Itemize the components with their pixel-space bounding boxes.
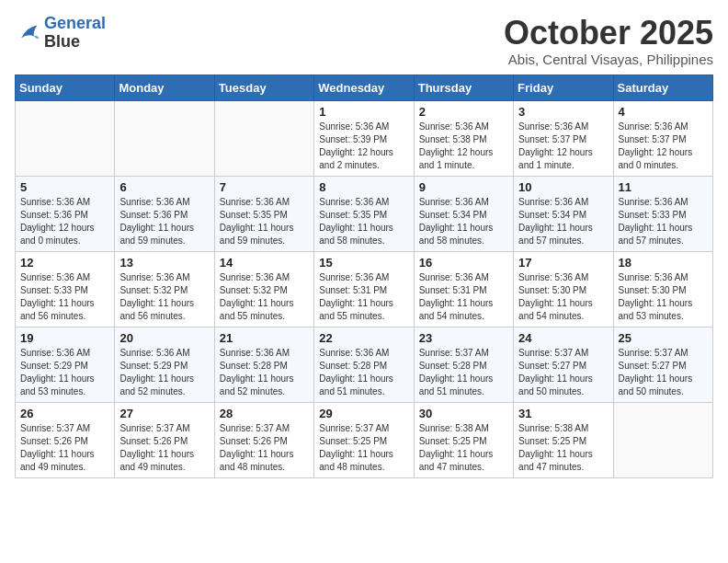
day-info: Sunrise: 5:36 AMSunset: 5:35 PMDaylight:… — [220, 196, 309, 247]
location-title: Abis, Central Visayas, Philippines — [504, 52, 713, 67]
weekday-header: Monday — [115, 75, 214, 100]
day-info: Sunrise: 5:36 AMSunset: 5:29 PMDaylight:… — [20, 347, 109, 398]
day-number: 14 — [220, 256, 309, 270]
calendar-cell: 5Sunrise: 5:36 AMSunset: 5:36 PMDaylight… — [16, 176, 115, 251]
calendar-cell: 24Sunrise: 5:37 AMSunset: 5:27 PMDayligh… — [514, 327, 613, 402]
calendar-cell — [613, 402, 712, 477]
day-info: Sunrise: 5:37 AMSunset: 5:26 PMDaylight:… — [119, 422, 209, 474]
day-info: Sunrise: 5:37 AMSunset: 5:27 PMDaylight:… — [518, 347, 608, 398]
calendar-cell — [16, 100, 115, 176]
day-number: 7 — [220, 180, 309, 194]
day-info: Sunrise: 5:36 AMSunset: 5:33 PMDaylight:… — [20, 271, 109, 323]
calendar-cell: 28Sunrise: 5:37 AMSunset: 5:26 PMDayligh… — [214, 402, 313, 477]
day-number: 5 — [20, 180, 109, 194]
calendar-cell: 6Sunrise: 5:36 AMSunset: 5:36 PMDaylight… — [115, 176, 214, 251]
day-number: 19 — [20, 331, 109, 345]
weekday-header: Sunday — [16, 75, 115, 100]
calendar-cell: 19Sunrise: 5:36 AMSunset: 5:29 PMDayligh… — [16, 327, 115, 402]
day-number: 3 — [518, 105, 608, 119]
month-title: October 2025 — [504, 15, 713, 52]
day-number: 18 — [619, 256, 708, 270]
calendar-week-row: 19Sunrise: 5:36 AMSunset: 5:29 PMDayligh… — [16, 327, 713, 402]
page-header: General Blue October 2025 Abis, Central … — [15, 15, 713, 67]
calendar-cell: 7Sunrise: 5:36 AMSunset: 5:35 PMDaylight… — [214, 176, 313, 251]
weekday-header: Wednesday — [314, 75, 414, 100]
day-info: Sunrise: 5:38 AMSunset: 5:25 PMDaylight:… — [518, 422, 608, 474]
day-number: 30 — [419, 407, 508, 420]
calendar-cell: 20Sunrise: 5:36 AMSunset: 5:29 PMDayligh… — [115, 327, 214, 402]
day-number: 12 — [20, 256, 109, 270]
day-number: 11 — [619, 180, 708, 194]
day-number: 23 — [419, 331, 508, 345]
title-block: October 2025 Abis, Central Visayas, Phil… — [504, 15, 713, 67]
day-number: 15 — [319, 256, 408, 270]
day-number: 21 — [220, 331, 309, 345]
calendar-week-row: 5Sunrise: 5:36 AMSunset: 5:36 PMDaylight… — [16, 176, 713, 251]
day-number: 31 — [518, 407, 608, 420]
day-info: Sunrise: 5:38 AMSunset: 5:25 PMDaylight:… — [419, 422, 508, 474]
calendar-cell: 26Sunrise: 5:37 AMSunset: 5:26 PMDayligh… — [16, 402, 115, 477]
day-info: Sunrise: 5:36 AMSunset: 5:38 PMDaylight:… — [419, 121, 508, 172]
calendar-cell: 8Sunrise: 5:36 AMSunset: 5:35 PMDaylight… — [314, 176, 414, 251]
weekday-header: Friday — [514, 75, 613, 100]
day-number: 9 — [419, 180, 508, 194]
day-info: Sunrise: 5:36 AMSunset: 5:37 PMDaylight:… — [518, 121, 608, 172]
logo: General Blue — [15, 15, 106, 52]
calendar-cell: 4Sunrise: 5:36 AMSunset: 5:37 PMDaylight… — [613, 100, 712, 176]
day-number: 29 — [319, 407, 408, 420]
calendar-table: SundayMondayTuesdayWednesdayThursdayFrid… — [15, 75, 713, 478]
calendar-cell: 23Sunrise: 5:37 AMSunset: 5:28 PMDayligh… — [414, 327, 513, 402]
calendar-cell: 13Sunrise: 5:36 AMSunset: 5:32 PMDayligh… — [115, 251, 214, 327]
calendar-week-row: 26Sunrise: 5:37 AMSunset: 5:26 PMDayligh… — [16, 402, 713, 477]
day-info: Sunrise: 5:36 AMSunset: 5:32 PMDaylight:… — [220, 271, 309, 323]
weekday-header: Tuesday — [214, 75, 313, 100]
weekday-header: Saturday — [613, 75, 712, 100]
day-info: Sunrise: 5:37 AMSunset: 5:27 PMDaylight:… — [619, 347, 708, 398]
day-info: Sunrise: 5:37 AMSunset: 5:25 PMDaylight:… — [319, 422, 408, 474]
calendar-cell: 29Sunrise: 5:37 AMSunset: 5:25 PMDayligh… — [314, 402, 414, 477]
calendar-cell: 14Sunrise: 5:36 AMSunset: 5:32 PMDayligh… — [214, 251, 313, 327]
day-number: 26 — [20, 407, 109, 420]
day-number: 28 — [220, 407, 309, 420]
logo-text: General Blue — [44, 15, 106, 52]
day-info: Sunrise: 5:36 AMSunset: 5:37 PMDaylight:… — [619, 121, 708, 172]
calendar-cell: 16Sunrise: 5:36 AMSunset: 5:31 PMDayligh… — [414, 251, 513, 327]
day-number: 20 — [119, 331, 209, 345]
day-number: 13 — [119, 256, 209, 270]
day-number: 8 — [319, 180, 408, 194]
day-info: Sunrise: 5:36 AMSunset: 5:31 PMDaylight:… — [319, 271, 408, 323]
calendar-cell: 27Sunrise: 5:37 AMSunset: 5:26 PMDayligh… — [115, 402, 214, 477]
day-info: Sunrise: 5:37 AMSunset: 5:26 PMDaylight:… — [220, 422, 309, 474]
calendar-cell — [115, 100, 214, 176]
calendar-cell: 30Sunrise: 5:38 AMSunset: 5:25 PMDayligh… — [414, 402, 513, 477]
day-number: 4 — [619, 105, 708, 119]
calendar-week-row: 12Sunrise: 5:36 AMSunset: 5:33 PMDayligh… — [16, 251, 713, 327]
calendar-cell: 1Sunrise: 5:36 AMSunset: 5:39 PMDaylight… — [314, 100, 414, 176]
calendar-cell: 25Sunrise: 5:37 AMSunset: 5:27 PMDayligh… — [613, 327, 712, 402]
day-info: Sunrise: 5:36 AMSunset: 5:39 PMDaylight:… — [319, 121, 408, 172]
calendar-cell: 3Sunrise: 5:36 AMSunset: 5:37 PMDaylight… — [514, 100, 613, 176]
calendar-cell: 15Sunrise: 5:36 AMSunset: 5:31 PMDayligh… — [314, 251, 414, 327]
day-info: Sunrise: 5:36 AMSunset: 5:30 PMDaylight:… — [518, 271, 608, 323]
day-info: Sunrise: 5:36 AMSunset: 5:35 PMDaylight:… — [319, 196, 408, 247]
day-info: Sunrise: 5:36 AMSunset: 5:33 PMDaylight:… — [619, 196, 708, 247]
day-info: Sunrise: 5:36 AMSunset: 5:28 PMDaylight:… — [319, 347, 408, 398]
calendar-cell — [214, 100, 313, 176]
calendar-cell: 2Sunrise: 5:36 AMSunset: 5:38 PMDaylight… — [414, 100, 513, 176]
calendar-cell: 11Sunrise: 5:36 AMSunset: 5:33 PMDayligh… — [613, 176, 712, 251]
day-info: Sunrise: 5:36 AMSunset: 5:28 PMDaylight:… — [220, 347, 309, 398]
day-info: Sunrise: 5:37 AMSunset: 5:26 PMDaylight:… — [20, 422, 109, 474]
day-info: Sunrise: 5:36 AMSunset: 5:34 PMDaylight:… — [518, 196, 608, 247]
calendar-header-row: SundayMondayTuesdayWednesdayThursdayFrid… — [16, 75, 713, 100]
day-info: Sunrise: 5:36 AMSunset: 5:34 PMDaylight:… — [419, 196, 508, 247]
calendar-cell: 17Sunrise: 5:36 AMSunset: 5:30 PMDayligh… — [514, 251, 613, 327]
logo-icon — [15, 20, 40, 46]
calendar-cell: 9Sunrise: 5:36 AMSunset: 5:34 PMDaylight… — [414, 176, 513, 251]
calendar-cell: 31Sunrise: 5:38 AMSunset: 5:25 PMDayligh… — [514, 402, 613, 477]
day-info: Sunrise: 5:36 AMSunset: 5:31 PMDaylight:… — [419, 271, 508, 323]
day-info: Sunrise: 5:36 AMSunset: 5:32 PMDaylight:… — [119, 271, 209, 323]
day-number: 2 — [419, 105, 508, 119]
calendar-week-row: 1Sunrise: 5:36 AMSunset: 5:39 PMDaylight… — [16, 100, 713, 176]
day-info: Sunrise: 5:36 AMSunset: 5:30 PMDaylight:… — [619, 271, 708, 323]
day-number: 25 — [619, 331, 708, 345]
